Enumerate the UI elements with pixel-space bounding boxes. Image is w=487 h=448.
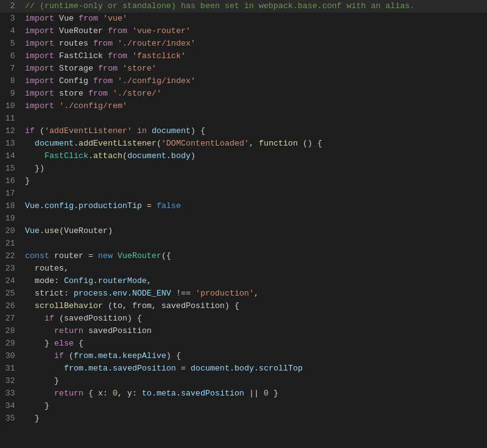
code-line: 3import Vue from 'vue' xyxy=(0,12,487,25)
token-kw-from: from xyxy=(79,14,98,23)
token-property: NODE_ENV xyxy=(132,289,171,298)
line-content: import VueRouter from 'vue-router' xyxy=(25,25,487,37)
token-plain: ( xyxy=(64,351,74,361)
code-line: 12if ('addEventListener' in document) { xyxy=(0,125,487,137)
line-number: 12 xyxy=(0,125,25,137)
line-number: 6 xyxy=(0,50,25,62)
token-plain xyxy=(98,14,103,23)
token-property: meta xyxy=(88,364,107,373)
code-line: 10import './config/rem' xyxy=(0,100,487,112)
code-line: 17 xyxy=(0,187,487,200)
token-plain: } xyxy=(268,389,278,398)
token-property: scrollTop xyxy=(259,364,303,373)
token-plain: () { xyxy=(298,139,322,148)
token-string: './config/index' xyxy=(117,76,195,86)
token-plain xyxy=(147,126,152,136)
token-plain: ( xyxy=(122,151,127,161)
token-plain: ({ xyxy=(161,251,171,261)
token-string: 'DOMContentLoaded' xyxy=(161,139,248,148)
line-content: mode: Config.routerMode, xyxy=(25,275,487,287)
token-plain xyxy=(117,64,122,73)
token-plain: . xyxy=(254,364,259,373)
line-number: 20 xyxy=(0,225,25,237)
token-variable: document xyxy=(152,126,190,136)
line-number: 25 xyxy=(0,287,25,300)
code-line: 30 if (from.meta.keepAlive) { xyxy=(0,350,487,362)
token-plain: (to, from, savedPosition) { xyxy=(103,301,239,311)
token-plain: = xyxy=(176,364,190,373)
token-variable: to xyxy=(142,389,152,398)
line-number: 4 xyxy=(0,25,25,37)
code-line: 13 document.addEventListener('DOMContent… xyxy=(0,137,487,150)
code-line: 5import routes from './router/index' xyxy=(0,37,487,50)
line-content: }) xyxy=(25,162,487,175)
line-content: const router = new VueRouter({ xyxy=(25,250,487,262)
token-plain: ( xyxy=(35,126,45,136)
line-number: 35 xyxy=(0,412,25,425)
token-string: './router/index' xyxy=(117,39,195,48)
token-string: 'vue' xyxy=(103,14,127,23)
token-property: meta xyxy=(98,351,117,361)
token-kw-import: import xyxy=(25,76,54,86)
token-kw-import: import xyxy=(25,51,54,61)
token-plain: } xyxy=(25,414,39,423)
token-plain: savedPosition xyxy=(84,326,152,336)
line-content: import store from './store/' xyxy=(25,87,487,100)
token-plain xyxy=(25,389,54,398)
code-line: 26 scrollBehavior (to, from, savedPositi… xyxy=(0,300,487,312)
token-method: scrollBehavior xyxy=(35,301,103,311)
line-number: 33 xyxy=(0,387,25,400)
line-content: } xyxy=(25,375,487,387)
line-number: 23 xyxy=(0,262,25,275)
code-line: 9import store from './store/' xyxy=(0,87,487,100)
code-line: 8import Config from './config/index' xyxy=(0,75,487,87)
line-content: import routes from './router/index' xyxy=(25,37,487,50)
token-plain: } xyxy=(25,401,49,411)
token-kw-import: import xyxy=(25,101,54,111)
line-content: if ('addEventListener' in document) { xyxy=(25,125,487,137)
line-number: 18 xyxy=(0,200,25,212)
code-line: 27 if (savedPosition) { xyxy=(0,312,487,325)
code-line: 28 return savedPosition xyxy=(0,325,487,337)
token-variable: document xyxy=(127,151,166,161)
token-method: attach xyxy=(93,151,122,161)
line-number: 2 xyxy=(0,0,25,12)
token-plain: , xyxy=(254,289,259,298)
token-plain: . xyxy=(93,276,98,286)
token-class-name: VueRouter xyxy=(117,251,161,261)
token-plain xyxy=(54,101,59,111)
line-number: 9 xyxy=(0,87,25,100)
token-variable: Vue xyxy=(25,226,39,236)
line-content: } xyxy=(25,175,487,187)
line-content: if (from.meta.keepAlive) { xyxy=(25,350,487,362)
token-variable: Vue xyxy=(25,201,39,211)
token-plain: . xyxy=(176,389,181,398)
token-plain: . xyxy=(230,364,235,373)
token-plain: . xyxy=(127,289,132,298)
code-line: 23 routes, xyxy=(0,262,487,275)
line-content: import Storage from 'store' xyxy=(25,62,487,75)
token-plain: , xyxy=(147,276,152,286)
token-plain: ) xyxy=(190,151,195,161)
token-kw-new: new xyxy=(98,251,112,261)
token-string: './store/' xyxy=(112,89,161,98)
token-plain: . xyxy=(152,389,157,398)
token-property: routerMode xyxy=(98,276,147,286)
token-property: env xyxy=(112,289,127,298)
line-number: 22 xyxy=(0,250,25,262)
token-kw-import: import xyxy=(25,26,54,36)
token-plain: . xyxy=(74,139,79,148)
code-line: 16} xyxy=(0,175,487,187)
token-property: body xyxy=(235,364,254,373)
token-variable: from xyxy=(74,351,93,361)
token-number: 0 xyxy=(263,389,268,398)
line-number: 32 xyxy=(0,375,25,387)
line-content: Vue.config.productionTip = false xyxy=(25,200,487,212)
token-plain: store xyxy=(54,89,89,98)
line-content: FastClick.attach(document.body) xyxy=(25,150,487,162)
code-line: 15 }) xyxy=(0,162,487,175)
code-editor: 2// (runtime-only or standalone) has bee… xyxy=(0,0,487,425)
line-content: } else { xyxy=(25,337,487,350)
token-kw-if: if xyxy=(44,314,54,323)
line-content: if (savedPosition) { xyxy=(25,312,487,325)
